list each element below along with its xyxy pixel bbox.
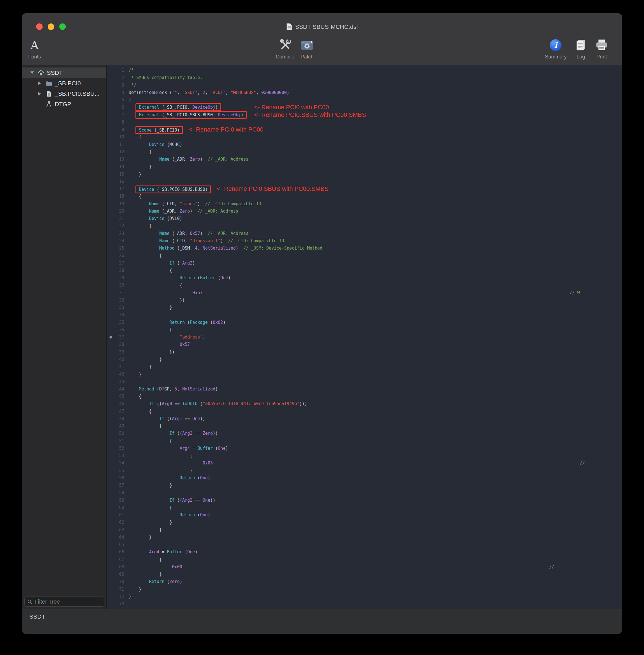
- line-number[interactable]: 57: [107, 482, 129, 489]
- line-number[interactable]: 38: [107, 341, 129, 348]
- close-button[interactable]: [36, 23, 43, 30]
- line-number[interactable]: 46: [107, 400, 129, 407]
- line-number[interactable]: 48: [107, 415, 129, 422]
- line-number[interactable]: 73: [107, 600, 129, 608]
- line-number[interactable]: 53: [107, 452, 129, 459]
- code-line[interactable]: If ((Arg1 == One)): [129, 415, 622, 422]
- line-number[interactable]: 66: [107, 548, 129, 556]
- disclosure-right-icon[interactable]: [38, 92, 45, 95]
- code-line[interactable]: }: [129, 356, 622, 363]
- line-number[interactable]: 65: [107, 541, 129, 548]
- code-line[interactable]: }: [129, 363, 622, 370]
- line-number[interactable]: 25: [107, 245, 129, 252]
- line-number[interactable]: 27: [107, 259, 129, 267]
- code-line[interactable]: Device (DVL0): [129, 215, 622, 222]
- code-line[interactable]: {: [129, 252, 622, 259]
- line-number[interactable]: 69: [107, 570, 129, 578]
- line-number[interactable]: 20: [107, 207, 129, 215]
- code-line[interactable]: }: [129, 526, 622, 534]
- code-line[interactable]: If ((Arg0 == ToUUID ("a0b5b7c6-1318-441c…: [129, 400, 622, 407]
- code-line[interactable]: */: [129, 82, 622, 89]
- line-number[interactable]: 54: [107, 459, 129, 467]
- line-number[interactable]: 26: [107, 252, 129, 259]
- code-line[interactable]: {: [129, 267, 622, 274]
- line-number[interactable]: 14: [107, 163, 129, 170]
- line-number[interactable]: 6: [107, 104, 129, 111]
- code-line[interactable]: [129, 311, 622, 318]
- code-line[interactable]: }: [129, 534, 622, 541]
- code-line[interactable]: Arg4 = Buffer (One): [129, 445, 622, 452]
- line-number[interactable]: 63: [107, 526, 129, 534]
- line-number[interactable]: 24: [107, 237, 129, 245]
- zoom-button[interactable]: [59, 23, 66, 30]
- code-line[interactable]: {: [129, 148, 622, 156]
- line-number[interactable]: 36: [107, 326, 129, 334]
- line-number[interactable]: 70: [107, 578, 129, 585]
- line-number[interactable]: 50: [107, 430, 129, 437]
- line-number[interactable]: 12: [107, 148, 129, 156]
- code-line[interactable]: }: [129, 370, 622, 378]
- line-number[interactable]: 55: [107, 467, 129, 474]
- code-line[interactable]: {: [129, 281, 622, 289]
- line-number[interactable]: 35: [107, 319, 129, 326]
- line-number[interactable]: 37: [107, 334, 129, 341]
- line-number[interactable]: 44: [107, 385, 129, 393]
- line-number[interactable]: 42: [107, 370, 129, 378]
- line-number[interactable]: 64: [107, 534, 129, 541]
- code-line[interactable]: [129, 118, 622, 126]
- code-line[interactable]: }: [129, 171, 622, 178]
- code-line[interactable]: /*: [129, 67, 622, 74]
- line-number[interactable]: 40: [107, 356, 129, 363]
- line-number[interactable]: 34: [107, 311, 129, 318]
- code-line[interactable]: Name (_ADR, Zero) // _ADR: Address: [129, 156, 622, 163]
- summary-button[interactable]: i Summary: [545, 37, 567, 60]
- line-number[interactable]: 32: [107, 296, 129, 304]
- line-number[interactable]: 13: [107, 156, 129, 163]
- code-line[interactable]: Name (_CID, "diagsvault") // _CID: Compa…: [129, 237, 622, 245]
- code-line[interactable]: }: [129, 593, 622, 600]
- line-number[interactable]: 1: [107, 67, 129, 74]
- line-number[interactable]: 8: [107, 118, 129, 126]
- code-line[interactable]: 0x57 // W: [129, 289, 622, 296]
- code-line[interactable]: Return (Zero): [129, 578, 622, 585]
- code-line[interactable]: DefinitionBlock ("", "SSDT", 2, "ACDT", …: [129, 89, 622, 96]
- code-line[interactable]: }: [129, 519, 622, 526]
- code-line[interactable]: {: [129, 556, 622, 563]
- line-number[interactable]: 29: [107, 274, 129, 281]
- sidebar-item-sb-pci0[interactable]: _SB.PCI0: [22, 78, 107, 88]
- code-line[interactable]: }: [129, 586, 622, 593]
- line-number[interactable]: 47: [107, 408, 129, 415]
- code-line[interactable]: [129, 600, 622, 608]
- code-line[interactable]: {: [129, 393, 622, 400]
- code-line[interactable]: }: [129, 163, 622, 170]
- code-line[interactable]: {: [129, 326, 622, 334]
- code-line[interactable]: }): [129, 296, 622, 304]
- minimize-button[interactable]: [48, 23, 54, 30]
- line-number[interactable]: 9: [107, 126, 129, 133]
- line-number[interactable]: 67: [107, 556, 129, 563]
- code-line[interactable]: [129, 541, 622, 548]
- line-number[interactable]: 18: [107, 193, 129, 200]
- code-line[interactable]: }): [129, 348, 622, 356]
- line-number[interactable]: 15: [107, 171, 129, 178]
- code-line[interactable]: {: [129, 193, 622, 200]
- code-line[interactable]: [129, 378, 622, 385]
- code-line[interactable]: {: [129, 408, 622, 415]
- line-number[interactable]: 17: [107, 185, 129, 193]
- line-number[interactable]: 4: [107, 89, 129, 96]
- code-line[interactable]: Device (MCHC): [129, 141, 622, 148]
- line-number[interactable]: 58: [107, 489, 129, 496]
- line-number[interactable]: 56: [107, 474, 129, 482]
- line-number[interactable]: 28: [107, 267, 129, 274]
- code-line[interactable]: Return (One): [129, 511, 622, 519]
- disclosure-down-icon[interactable]: [30, 71, 37, 74]
- code-line[interactable]: Return (Buffer (One): [129, 274, 622, 281]
- code-line[interactable]: 0x00 // .: [129, 563, 622, 570]
- code-line[interactable]: Scope (_SB.PCI0)<- Rename PCI0 with PC00: [129, 126, 622, 133]
- code-line[interactable]: {: [129, 222, 622, 229]
- code-line[interactable]: 0x57: [129, 341, 622, 348]
- line-number[interactable]: 52: [107, 445, 129, 452]
- line-number[interactable]: 41: [107, 363, 129, 370]
- code-line[interactable]: External (_SB_.PCI0.SBUS.BUS0, DeviceObj…: [129, 111, 622, 118]
- code-line[interactable]: {: [129, 504, 622, 511]
